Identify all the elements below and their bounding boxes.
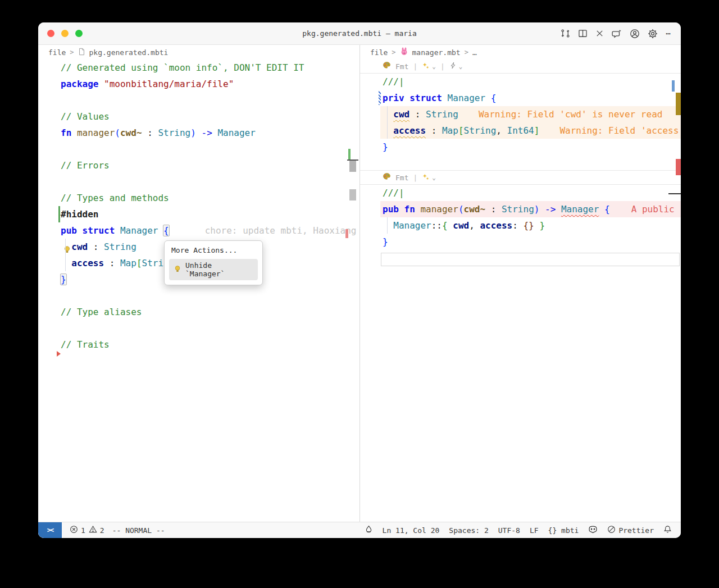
bolt-icon[interactable] [449,62,457,71]
code-token: pub [61,225,77,236]
code-token [383,109,393,120]
chevron-down-icon[interactable]: ⌄ [459,63,463,70]
code-token: #hidden [61,209,98,220]
breadcrumb-file[interactable]: pkg.generated.mbti [89,48,169,57]
code-token [196,127,202,138]
code-token: Map [120,258,136,268]
encoding[interactable]: UTF-8 [498,526,520,535]
vim-mode-indicator[interactable]: -- NORMAL -- [112,526,165,535]
code-token: [ [136,258,142,268]
code-token: struct [83,225,115,236]
git-compare-icon[interactable] [561,29,570,38]
breadcrumb-root[interactable]: file [370,48,388,57]
code-area-right[interactable]: Fmt|⌄|⌄///|priv struct Manager { cwd : S… [360,60,681,266]
debug-marker-icon [57,351,61,357]
editor-right[interactable]: file > manager.mbt > … Fmt|⌄|⌄///|priv s… [360,45,681,522]
code-token: String [502,204,534,215]
codelens-action[interactable]: Fmt [395,62,408,71]
code-token: ) [190,127,196,138]
code-token: :: [431,220,442,231]
code-line: pub struct Manager {chore: update mbti, … [38,222,360,239]
overview-ruler-mark-gray [349,189,356,200]
editor-left[interactable]: file > pkg.generated.mbti // Generated u… [38,45,360,522]
code-token: cwd~ [464,204,486,215]
split-editor-icon[interactable] [578,29,588,38]
more-actions-header[interactable]: More Actions... [169,246,258,259]
code-token [115,225,120,236]
editor-split-divider[interactable] [360,45,360,522]
language-mode[interactable]: {} mbti [548,526,579,535]
code-token: String [158,127,190,138]
code-token: priv [383,93,404,103]
chevron-down-icon[interactable]: ⌄ [432,63,436,70]
droplet-icon[interactable] [365,525,373,535]
breadcrumb: file > pkg.generated.mbti [38,45,360,60]
code-token: "moonbitlang/maria/file" [104,79,234,89]
lightbulb-icon [174,265,181,275]
code-token: } [539,220,545,231]
scrollbar-thumb[interactable] [349,161,356,172]
code-token: // Generated using `moon info`, DON'T ED… [61,62,304,73]
code-token: { [163,225,169,236]
code-token: fn [61,127,71,138]
chevron-right-icon: > [465,48,468,56]
indent-guide [387,217,388,234]
copilot-icon[interactable] [588,525,598,536]
copilot-chat-icon[interactable] [612,29,622,39]
sparkles-icon[interactable] [422,62,430,71]
chevron-down-icon[interactable]: ⌄ [432,174,436,181]
codelens-divider: | [413,62,417,71]
breadcrumb-root[interactable]: file [48,48,66,57]
code-token: ) [534,204,540,215]
code-area-left[interactable]: // Generated using `moon info`, DON'T ED… [38,60,360,353]
code-token [71,127,77,138]
code-token: fn [404,204,415,215]
title-bar: pkg.generated.mbti — maria [38,22,681,45]
code-line: // Traits [38,336,360,353]
breadcrumb-file[interactable]: manager.mbt [412,48,461,57]
code-token: Manager [393,220,431,231]
code-token: Manager [120,225,158,236]
code-token: {} [523,220,534,231]
settings-gear-icon[interactable] [648,29,658,39]
code-token [383,220,393,231]
problems-errors[interactable]: 1 [70,525,85,535]
sparkles-icon[interactable] [422,173,430,183]
close-icon[interactable] [595,29,604,38]
palette-icon[interactable] [383,172,391,183]
code-token [539,204,545,215]
remote-indicator[interactable]: >< [38,522,62,538]
breadcrumb: file > manager.mbt > … [360,45,681,60]
moonbit-rabbit-icon [400,47,408,57]
cursor-position[interactable]: Ln 11, Col 20 [383,526,440,535]
code-token [404,93,410,103]
code-line: // Types and methods [38,190,360,206]
code-line: // Errors [38,157,360,174]
problems-warnings[interactable]: 2 [89,525,104,535]
code-token [158,225,163,236]
code-line: } [360,139,681,155]
code-token: String [426,109,458,120]
code-line [38,320,360,336]
code-token [98,79,104,89]
palette-icon[interactable] [383,61,391,71]
code-token [534,220,540,231]
code-token: Map [442,125,458,136]
code-token: // Types and methods [61,193,169,203]
code-token: { [604,204,610,215]
code-token [61,258,71,268]
formatter-indicator[interactable]: Prettier [607,525,654,535]
code-token: // Type aliases [61,307,142,317]
bell-icon[interactable] [663,525,672,535]
code-token: pub [383,204,399,215]
code-token: ( [458,204,464,215]
code-line: // Generated using `moon info`, DON'T ED… [38,60,360,76]
indent-guide [65,239,66,271]
unhide-manager-action[interactable]: Unhide `Manager` [169,259,258,280]
account-icon[interactable] [630,29,640,39]
eol-indicator[interactable]: LF [530,526,539,535]
more-icon[interactable]: ⋯ [666,31,671,37]
codelens-action[interactable]: Fmt [395,174,408,182]
indentation[interactable]: Spaces: 2 [449,526,488,535]
breadcrumb-more[interactable]: … [472,48,477,57]
